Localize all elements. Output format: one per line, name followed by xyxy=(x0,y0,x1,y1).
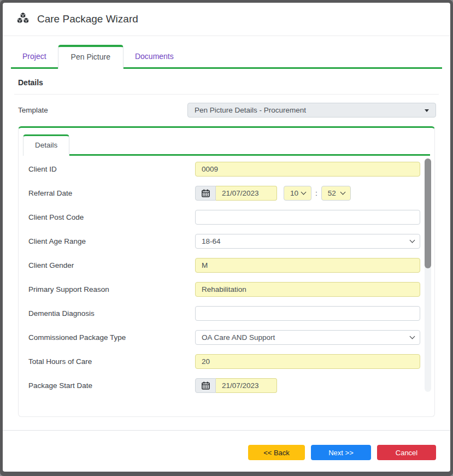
package-start-date-input[interactable] xyxy=(216,378,277,393)
total-hours-of-care-label: Total Hours of Care xyxy=(28,357,195,366)
cubes-icon xyxy=(16,12,30,26)
dementia-diagnosis-input[interactable] xyxy=(195,306,420,321)
wizard-content: Details Template Pen Picture Details - P… xyxy=(3,69,450,430)
referral-hour-select[interactable]: 10 xyxy=(284,186,311,201)
calendar-icon[interactable] xyxy=(195,186,216,201)
calendar-icon[interactable] xyxy=(195,378,216,393)
chevron-down-icon xyxy=(410,238,415,243)
form-row-client-gender: Client Gender xyxy=(28,253,429,277)
commissioned-package-type-label: Commissioned Package Type xyxy=(28,333,195,342)
wizard-footer: << Back Next >> Cancel xyxy=(3,430,450,472)
client-age-range-select[interactable]: 18-64 xyxy=(195,234,420,249)
package-start-date-label: Package Start Date xyxy=(28,381,195,390)
tab-pen-picture[interactable]: Pen Picture xyxy=(58,45,123,69)
panel-tab-details[interactable]: Details xyxy=(23,134,69,156)
template-label: Template xyxy=(18,106,48,114)
client-age-range-label: Client Age Range xyxy=(28,237,195,245)
referral-minute-value: 52 xyxy=(328,189,336,197)
form-row-referral-date: Referral Date xyxy=(28,181,429,205)
form-row-total-hours-of-care: Total Hours of Care xyxy=(28,349,429,373)
back-button[interactable]: << Back xyxy=(248,445,305,460)
client-post-code-input[interactable] xyxy=(195,210,420,225)
commissioned-package-type-value: OA Care AND Support xyxy=(202,333,275,342)
dialog-header: Care Package Wizard xyxy=(3,3,450,36)
client-gender-input[interactable] xyxy=(195,258,420,273)
form-row-client-id: Client ID xyxy=(28,157,429,181)
details-form: Client ID Referral Date xyxy=(19,156,434,397)
template-select[interactable]: Pen Picture Details - Procurement xyxy=(187,103,436,117)
pen-picture-details-panel: Details Client ID Referral Date xyxy=(18,126,435,417)
wizard-tabbar: Project Pen Picture Documents xyxy=(3,36,450,69)
client-id-label: Client ID xyxy=(28,165,195,173)
template-row: Template Pen Picture Details - Procureme… xyxy=(14,95,439,126)
time-separator: : xyxy=(315,189,317,197)
form-scrollbar-thumb[interactable] xyxy=(425,158,431,268)
referral-hour-value: 10 xyxy=(290,189,298,197)
chevron-down-icon xyxy=(301,190,307,195)
chevron-down-icon xyxy=(340,190,345,195)
template-select-value: Pen Picture Details - Procurement xyxy=(195,106,306,114)
cancel-button[interactable]: Cancel xyxy=(377,445,436,460)
primary-support-reason-input[interactable] xyxy=(195,282,420,297)
next-button[interactable]: Next >> xyxy=(311,445,371,460)
form-row-client-post-code: Client Post Code xyxy=(28,205,429,229)
window-frame: Care Package Wizard Project Pen Picture … xyxy=(0,0,453,476)
referral-date-input[interactable] xyxy=(216,186,277,201)
total-hours-of-care-input[interactable] xyxy=(195,354,420,369)
referral-minute-select[interactable]: 52 xyxy=(321,186,351,201)
client-age-range-value: 18-64 xyxy=(202,237,221,245)
client-post-code-label: Client Post Code xyxy=(28,213,195,221)
primary-support-reason-label: Primary Support Reason xyxy=(28,285,195,293)
form-row-client-age-range: Client Age Range 18-64 xyxy=(28,229,429,253)
form-row-primary-support-reason: Primary Support Reason xyxy=(28,277,429,301)
tab-documents[interactable]: Documents xyxy=(123,46,185,67)
commissioned-package-type-select[interactable]: OA Care AND Support xyxy=(195,330,420,345)
chevron-down-icon xyxy=(410,334,415,339)
client-id-input[interactable] xyxy=(195,162,420,177)
form-row-dementia-diagnosis: Dementia Diagnosis xyxy=(28,301,429,325)
details-section-heading: Details xyxy=(14,69,439,95)
client-gender-label: Client Gender xyxy=(28,261,195,269)
form-row-commissioned-package-type: Commissioned Package Type OA Care AND Su… xyxy=(28,325,429,349)
tab-project[interactable]: Project xyxy=(11,46,58,67)
form-scrollbar-track[interactable] xyxy=(425,158,431,392)
dialog-title: Care Package Wizard xyxy=(37,13,138,25)
caret-down-icon xyxy=(425,109,429,112)
panel-tabbar: Details xyxy=(19,128,434,154)
form-row-package-start-date: Package Start Date xyxy=(28,373,429,397)
care-package-wizard-dialog: Care Package Wizard Project Pen Picture … xyxy=(3,3,450,472)
dementia-diagnosis-label: Dementia Diagnosis xyxy=(28,309,195,318)
referral-date-label: Referral Date xyxy=(28,189,195,197)
